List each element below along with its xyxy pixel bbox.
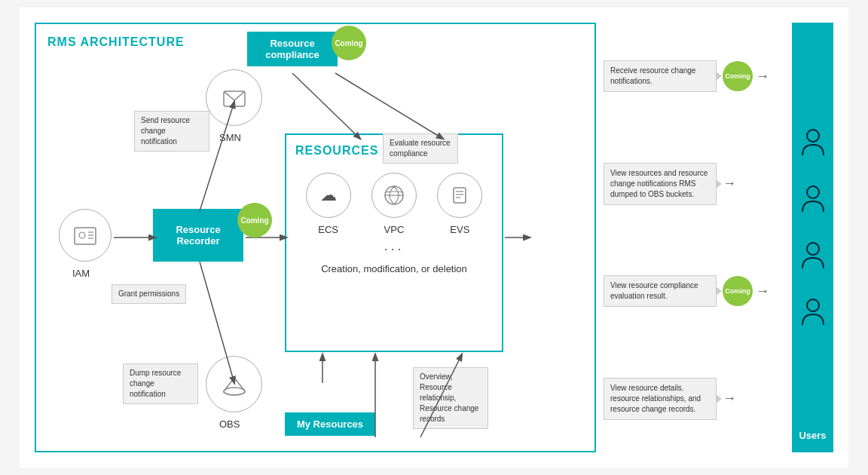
resource-recorder-box: Resource Recorder (153, 209, 243, 262)
coming-badge-compliance: Coming (332, 26, 366, 60)
svg-point-25 (807, 130, 819, 142)
right-arrow-3: → (756, 283, 769, 299)
speech-bubble-3: View resource compliance evaluation resu… (604, 275, 717, 307)
right-arrow-1: → (756, 69, 769, 84)
tooltip-send: Send resource change notification (134, 111, 209, 152)
vpc-icon (371, 173, 417, 218)
tooltip-evaluate: Evaluate resource compliance (383, 133, 458, 164)
ecs-label: ECS (318, 224, 338, 235)
coming-badge-right-1: Coming (723, 61, 753, 91)
tooltip-grant: Grant permissions (112, 284, 186, 304)
tooltip-overview: Overview, Resource relationsip, Resource… (413, 367, 488, 429)
iam-icon (59, 209, 112, 262)
svg-point-11 (79, 232, 85, 238)
svg-point-28 (807, 299, 819, 311)
arch-box: RMS ARCHITECTURE Resource compliance Com… (35, 23, 596, 452)
right-item-4: View resource details. resource relation… (604, 345, 784, 453)
creation-text: Creation, modification, or deletion (295, 263, 493, 274)
svg-point-26 (807, 186, 819, 198)
obs-label: OBS (219, 418, 240, 430)
resources-icons: ☁ ECS VPC (295, 173, 493, 235)
my-resources-box: My Resources (285, 412, 375, 436)
coming-badge-recorder: Coming (237, 203, 272, 238)
ellipsis: ··· (295, 241, 493, 257)
right-arrow-2: → (723, 176, 736, 192)
right-panel: Receive resource change notifications. C… (604, 23, 784, 452)
diagram-container: RMS ARCHITECTURE Resource compliance Com… (20, 8, 848, 467)
resources-box: RESOURCES ☁ ECS VPC (285, 133, 503, 352)
users-label: Users (799, 430, 826, 441)
speech-bubble-1: Receive resource change notifications. (604, 60, 717, 92)
vpc-label: VPC (384, 224, 405, 235)
tooltip-dump: Dump resource change notification (123, 363, 198, 404)
iam-label: IAM (72, 268, 90, 279)
smn-icon (206, 69, 262, 126)
smn-label: SMN (219, 132, 241, 143)
user-icon-2 (801, 185, 825, 219)
coming-badge-right-3: Coming (723, 276, 753, 306)
svg-rect-2 (454, 188, 466, 203)
right-item-3: View resource compliance evaluation resu… (604, 238, 784, 345)
user-icon-3 (801, 241, 825, 275)
evs-label: EVS (450, 224, 469, 235)
right-arrow-4: → (723, 391, 736, 406)
speech-bubble-2: View resources and resource change notif… (604, 163, 717, 205)
evs-item: EVS (437, 173, 482, 235)
svg-line-20 (335, 73, 443, 139)
right-items: Receive resource change notifications. C… (604, 23, 784, 452)
resource-compliance-box: Resource compliance (247, 32, 338, 66)
ecs-icon: ☁ (306, 173, 351, 218)
ecs-item: ☁ ECS (306, 173, 351, 235)
speech-bubble-4: View resource details. resource relation… (604, 378, 717, 420)
evs-icon (437, 173, 482, 218)
right-item-2: View resources and resource change notif… (604, 130, 784, 238)
right-item-1: Receive resource change notifications. C… (604, 23, 784, 130)
user-icon-1 (801, 128, 825, 162)
obs-icon (206, 356, 262, 412)
svg-line-19 (292, 73, 360, 139)
user-icon-4 (801, 298, 825, 332)
svg-point-27 (807, 243, 819, 255)
users-panel: Users (792, 23, 833, 452)
vpc-item: VPC (371, 173, 417, 235)
